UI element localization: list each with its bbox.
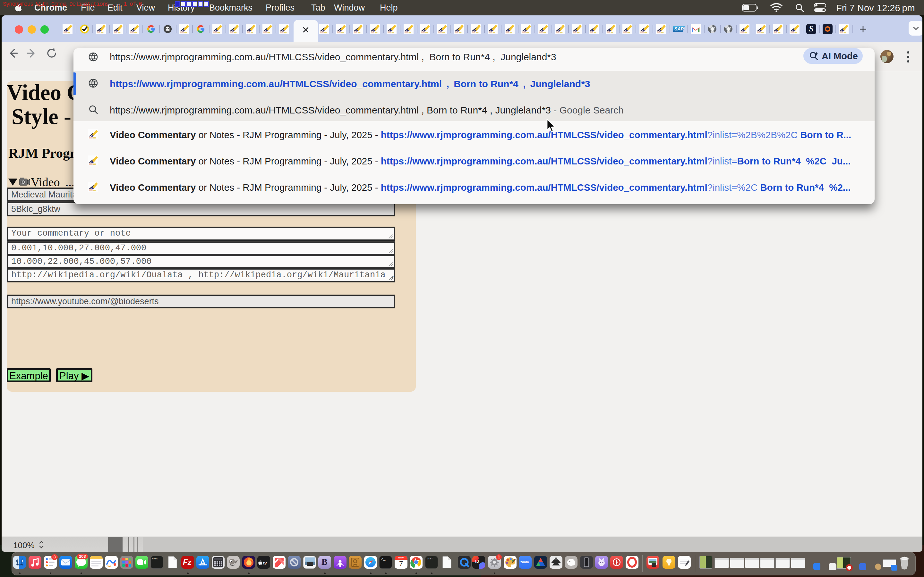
svg-text:tv: tv <box>263 561 267 566</box>
